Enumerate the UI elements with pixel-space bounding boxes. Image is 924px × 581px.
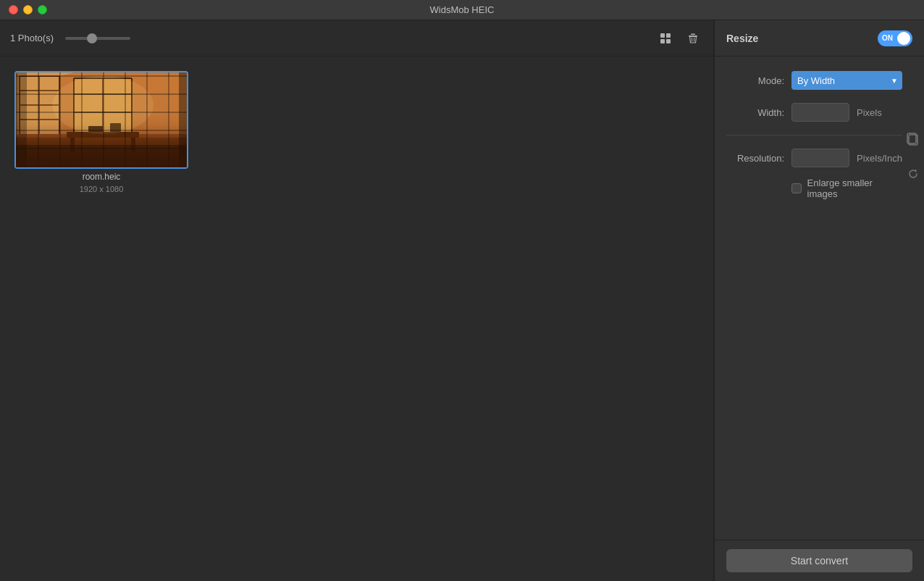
toolbar: 1 Photo(s) [0, 20, 713, 57]
svg-rect-36 [179, 72, 187, 167]
close-button[interactable] [9, 5, 18, 14]
svg-rect-5 [691, 33, 695, 35]
svg-rect-35 [16, 72, 27, 167]
toggle-container: ON [878, 30, 912, 46]
svg-rect-8 [16, 72, 187, 167]
panel-header: Resize ON [715, 20, 924, 57]
photo-dimensions: 1920 x 1080 [80, 185, 124, 193]
resize-toggle[interactable]: ON [878, 30, 912, 46]
svg-marker-19 [16, 72, 74, 76]
titlebar: WidsMob HEIC [0, 0, 924, 20]
resolution-label: Resolution: [726, 153, 784, 164]
resolution-row: Resolution: Pixels/Inch [726, 149, 902, 167]
enlarge-checkbox[interactable] [791, 183, 802, 193]
svg-rect-37 [16, 145, 187, 167]
toggle-label: ON [882, 34, 893, 42]
svg-rect-21 [74, 78, 132, 133]
start-convert-button[interactable]: Start convert [726, 549, 912, 572]
svg-rect-0 [660, 33, 665, 38]
trash-icon [687, 33, 699, 44]
panel-side-icons [902, 57, 924, 298]
room-image [16, 72, 187, 167]
width-label: Width: [726, 107, 784, 118]
slider-container [65, 37, 130, 40]
room-svg [16, 72, 187, 167]
svg-rect-9 [16, 134, 187, 167]
toggle-thumb [897, 32, 910, 45]
svg-rect-10 [16, 72, 187, 138]
refresh-icon-button[interactable] [903, 164, 923, 184]
width-input[interactable] [791, 103, 849, 122]
svg-rect-1 [666, 33, 671, 38]
photo-count: 1 Photo(s) [10, 33, 54, 43]
photo-thumbnail [14, 71, 188, 169]
grid-view-button[interactable] [655, 28, 676, 49]
refresh-icon [906, 167, 920, 181]
bottom-bar: Start convert [715, 540, 924, 581]
delete-button[interactable] [683, 28, 703, 49]
svg-rect-11 [20, 76, 59, 134]
grid-icon [660, 33, 671, 44]
enlarge-label: Enlarge smaller images [807, 177, 902, 199]
mode-select[interactable]: By Width By Height By Long Edge By Short… [791, 71, 902, 90]
mode-select-wrapper: By Width By Height By Long Edge By Short… [791, 71, 902, 90]
svg-rect-31 [131, 138, 135, 152]
traffic-lights [9, 5, 47, 14]
svg-rect-30 [70, 138, 75, 152]
mode-label: Mode: [726, 75, 784, 86]
svg-rect-3 [666, 39, 671, 43]
svg-rect-2 [660, 39, 665, 43]
svg-rect-33 [110, 123, 121, 132]
panel-title: Resize [726, 33, 758, 44]
main-layout: 1 Photo(s) [0, 20, 924, 581]
resolution-input[interactable] [791, 149, 849, 167]
maximize-button[interactable] [38, 5, 47, 14]
mode-row: Mode: By Width By Height By Long Edge By… [726, 71, 902, 90]
width-row: Width: Pixels [726, 103, 902, 122]
width-unit: Pixels [857, 107, 882, 118]
left-panel: 1 Photo(s) [0, 20, 714, 581]
panel-inner: Mode: By Width By Height By Long Edge By… [715, 57, 924, 298]
right-panel: Resize ON Mode: By Width By Height [714, 20, 924, 581]
photo-filename: room.heic [83, 172, 121, 182]
resolution-unit: Pixels/Inch [857, 153, 902, 164]
svg-rect-32 [88, 126, 103, 132]
svg-point-34 [52, 76, 154, 134]
photo-grid: room.heic 1920 x 1080 [0, 57, 713, 581]
svg-marker-20 [16, 72, 20, 138]
copy-icon-button[interactable] [903, 129, 923, 149]
copy-icon [906, 132, 920, 146]
panel-spacer [715, 298, 924, 540]
app-title: WidsMob HEIC [430, 4, 495, 15]
photo-item[interactable]: room.heic 1920 x 1080 [14, 71, 188, 193]
thumbnail-size-slider[interactable] [65, 37, 130, 40]
svg-rect-29 [67, 132, 139, 138]
panel-form-area: Mode: By Width By Height By Long Edge By… [715, 57, 902, 298]
divider [726, 135, 902, 135]
minimize-button[interactable] [23, 5, 33, 14]
enlarge-row: Enlarge smaller images [791, 177, 902, 199]
